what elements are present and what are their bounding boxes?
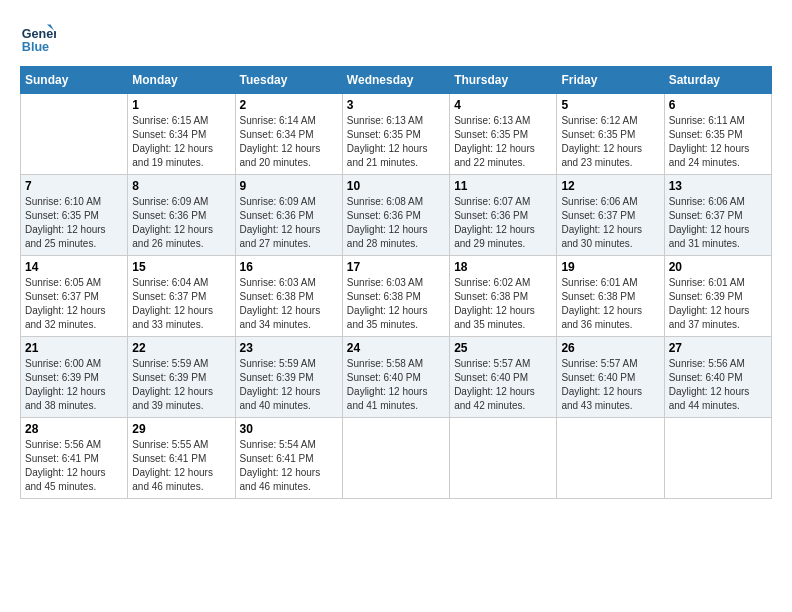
day-number: 11	[454, 179, 552, 193]
weekday-header-thursday: Thursday	[450, 67, 557, 94]
calendar-cell: 12Sunrise: 6:06 AMSunset: 6:37 PMDayligh…	[557, 175, 664, 256]
day-number: 2	[240, 98, 338, 112]
day-info: Sunrise: 6:06 AMSunset: 6:37 PMDaylight:…	[669, 195, 767, 251]
page-header: General Blue	[20, 20, 772, 56]
day-info: Sunrise: 6:11 AMSunset: 6:35 PMDaylight:…	[669, 114, 767, 170]
logo: General Blue	[20, 20, 60, 56]
calendar-cell: 7Sunrise: 6:10 AMSunset: 6:35 PMDaylight…	[21, 175, 128, 256]
calendar-cell: 18Sunrise: 6:02 AMSunset: 6:38 PMDayligh…	[450, 256, 557, 337]
calendar-cell: 4Sunrise: 6:13 AMSunset: 6:35 PMDaylight…	[450, 94, 557, 175]
week-row-3: 14Sunrise: 6:05 AMSunset: 6:37 PMDayligh…	[21, 256, 772, 337]
calendar-cell	[21, 94, 128, 175]
day-number: 10	[347, 179, 445, 193]
calendar-cell: 20Sunrise: 6:01 AMSunset: 6:39 PMDayligh…	[664, 256, 771, 337]
day-number: 23	[240, 341, 338, 355]
calendar-cell: 27Sunrise: 5:56 AMSunset: 6:40 PMDayligh…	[664, 337, 771, 418]
day-number: 16	[240, 260, 338, 274]
weekday-header-wednesday: Wednesday	[342, 67, 449, 94]
day-info: Sunrise: 5:59 AMSunset: 6:39 PMDaylight:…	[132, 357, 230, 413]
logo-icon: General Blue	[20, 20, 56, 56]
day-number: 19	[561, 260, 659, 274]
calendar-table: SundayMondayTuesdayWednesdayThursdayFrid…	[20, 66, 772, 499]
day-info: Sunrise: 6:01 AMSunset: 6:38 PMDaylight:…	[561, 276, 659, 332]
day-info: Sunrise: 5:58 AMSunset: 6:40 PMDaylight:…	[347, 357, 445, 413]
week-row-1: 1Sunrise: 6:15 AMSunset: 6:34 PMDaylight…	[21, 94, 772, 175]
calendar-cell: 6Sunrise: 6:11 AMSunset: 6:35 PMDaylight…	[664, 94, 771, 175]
weekday-header-tuesday: Tuesday	[235, 67, 342, 94]
day-number: 24	[347, 341, 445, 355]
calendar-cell: 24Sunrise: 5:58 AMSunset: 6:40 PMDayligh…	[342, 337, 449, 418]
day-number: 8	[132, 179, 230, 193]
day-number: 21	[25, 341, 123, 355]
calendar-cell: 16Sunrise: 6:03 AMSunset: 6:38 PMDayligh…	[235, 256, 342, 337]
calendar-cell: 22Sunrise: 5:59 AMSunset: 6:39 PMDayligh…	[128, 337, 235, 418]
svg-text:Blue: Blue	[22, 40, 49, 54]
day-number: 28	[25, 422, 123, 436]
day-number: 3	[347, 98, 445, 112]
day-info: Sunrise: 6:03 AMSunset: 6:38 PMDaylight:…	[240, 276, 338, 332]
day-number: 18	[454, 260, 552, 274]
weekday-header-friday: Friday	[557, 67, 664, 94]
day-number: 9	[240, 179, 338, 193]
day-info: Sunrise: 5:57 AMSunset: 6:40 PMDaylight:…	[454, 357, 552, 413]
day-info: Sunrise: 6:10 AMSunset: 6:35 PMDaylight:…	[25, 195, 123, 251]
calendar-cell: 15Sunrise: 6:04 AMSunset: 6:37 PMDayligh…	[128, 256, 235, 337]
weekday-header-sunday: Sunday	[21, 67, 128, 94]
calendar-cell: 19Sunrise: 6:01 AMSunset: 6:38 PMDayligh…	[557, 256, 664, 337]
day-info: Sunrise: 6:01 AMSunset: 6:39 PMDaylight:…	[669, 276, 767, 332]
day-info: Sunrise: 5:57 AMSunset: 6:40 PMDaylight:…	[561, 357, 659, 413]
day-number: 13	[669, 179, 767, 193]
day-number: 15	[132, 260, 230, 274]
calendar-cell: 21Sunrise: 6:00 AMSunset: 6:39 PMDayligh…	[21, 337, 128, 418]
day-number: 29	[132, 422, 230, 436]
day-number: 12	[561, 179, 659, 193]
calendar-cell: 8Sunrise: 6:09 AMSunset: 6:36 PMDaylight…	[128, 175, 235, 256]
day-number: 27	[669, 341, 767, 355]
day-info: Sunrise: 6:00 AMSunset: 6:39 PMDaylight:…	[25, 357, 123, 413]
calendar-cell: 14Sunrise: 6:05 AMSunset: 6:37 PMDayligh…	[21, 256, 128, 337]
day-number: 22	[132, 341, 230, 355]
day-info: Sunrise: 6:03 AMSunset: 6:38 PMDaylight:…	[347, 276, 445, 332]
calendar-cell: 5Sunrise: 6:12 AMSunset: 6:35 PMDaylight…	[557, 94, 664, 175]
day-info: Sunrise: 5:56 AMSunset: 6:41 PMDaylight:…	[25, 438, 123, 494]
day-info: Sunrise: 6:14 AMSunset: 6:34 PMDaylight:…	[240, 114, 338, 170]
calendar-cell: 2Sunrise: 6:14 AMSunset: 6:34 PMDaylight…	[235, 94, 342, 175]
day-info: Sunrise: 6:08 AMSunset: 6:36 PMDaylight:…	[347, 195, 445, 251]
week-row-2: 7Sunrise: 6:10 AMSunset: 6:35 PMDaylight…	[21, 175, 772, 256]
weekday-header-saturday: Saturday	[664, 67, 771, 94]
calendar-cell: 28Sunrise: 5:56 AMSunset: 6:41 PMDayligh…	[21, 418, 128, 499]
calendar-cell: 10Sunrise: 6:08 AMSunset: 6:36 PMDayligh…	[342, 175, 449, 256]
calendar-cell: 9Sunrise: 6:09 AMSunset: 6:36 PMDaylight…	[235, 175, 342, 256]
calendar-cell: 3Sunrise: 6:13 AMSunset: 6:35 PMDaylight…	[342, 94, 449, 175]
day-info: Sunrise: 6:13 AMSunset: 6:35 PMDaylight:…	[454, 114, 552, 170]
calendar-cell	[557, 418, 664, 499]
day-info: Sunrise: 6:15 AMSunset: 6:34 PMDaylight:…	[132, 114, 230, 170]
calendar-cell: 23Sunrise: 5:59 AMSunset: 6:39 PMDayligh…	[235, 337, 342, 418]
day-number: 5	[561, 98, 659, 112]
day-info: Sunrise: 5:55 AMSunset: 6:41 PMDaylight:…	[132, 438, 230, 494]
day-number: 26	[561, 341, 659, 355]
calendar-cell: 13Sunrise: 6:06 AMSunset: 6:37 PMDayligh…	[664, 175, 771, 256]
week-row-5: 28Sunrise: 5:56 AMSunset: 6:41 PMDayligh…	[21, 418, 772, 499]
calendar-cell: 17Sunrise: 6:03 AMSunset: 6:38 PMDayligh…	[342, 256, 449, 337]
day-number: 20	[669, 260, 767, 274]
day-info: Sunrise: 6:05 AMSunset: 6:37 PMDaylight:…	[25, 276, 123, 332]
day-number: 30	[240, 422, 338, 436]
day-number: 1	[132, 98, 230, 112]
week-row-4: 21Sunrise: 6:00 AMSunset: 6:39 PMDayligh…	[21, 337, 772, 418]
day-number: 17	[347, 260, 445, 274]
day-info: Sunrise: 5:54 AMSunset: 6:41 PMDaylight:…	[240, 438, 338, 494]
calendar-cell: 25Sunrise: 5:57 AMSunset: 6:40 PMDayligh…	[450, 337, 557, 418]
day-number: 25	[454, 341, 552, 355]
day-info: Sunrise: 6:09 AMSunset: 6:36 PMDaylight:…	[132, 195, 230, 251]
day-info: Sunrise: 6:06 AMSunset: 6:37 PMDaylight:…	[561, 195, 659, 251]
day-info: Sunrise: 5:59 AMSunset: 6:39 PMDaylight:…	[240, 357, 338, 413]
calendar-cell	[450, 418, 557, 499]
calendar-cell: 11Sunrise: 6:07 AMSunset: 6:36 PMDayligh…	[450, 175, 557, 256]
weekday-header-row: SundayMondayTuesdayWednesdayThursdayFrid…	[21, 67, 772, 94]
day-info: Sunrise: 6:09 AMSunset: 6:36 PMDaylight:…	[240, 195, 338, 251]
day-number: 7	[25, 179, 123, 193]
day-number: 14	[25, 260, 123, 274]
day-info: Sunrise: 6:07 AMSunset: 6:36 PMDaylight:…	[454, 195, 552, 251]
day-number: 6	[669, 98, 767, 112]
